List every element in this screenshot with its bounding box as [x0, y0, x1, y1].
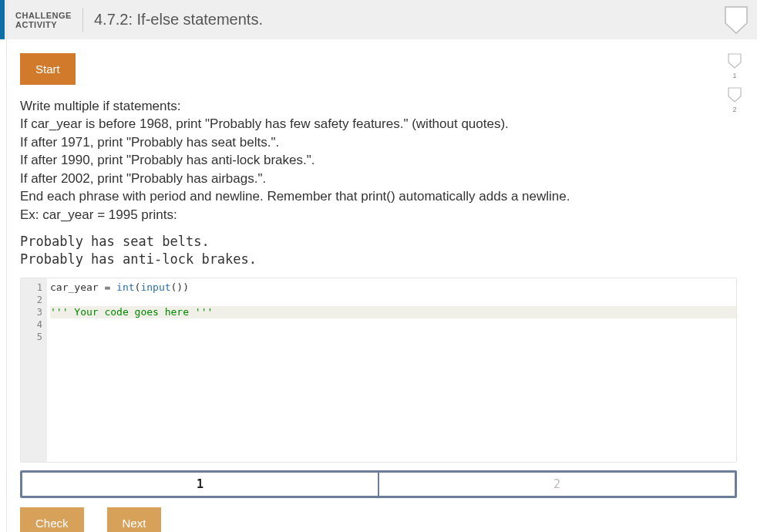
next-button[interactable]: Next — [107, 507, 162, 532]
start-button[interactable]: Start — [20, 53, 76, 85]
line-number: 5 — [21, 331, 42, 343]
line-number: 1 — [21, 281, 42, 294]
code-editor[interactable]: 1 2 3 4 5 car_year = int(input()) ''' Yo… — [20, 278, 737, 463]
instr-line: Write multiple if statements: — [20, 97, 737, 115]
progress-badge-2: 2 — [732, 106, 736, 113]
activity-label-line1: CHALLENGE — [15, 11, 72, 20]
instr-line: If after 2002, print "Probably has airba… — [20, 170, 737, 187]
check-button[interactable]: Check — [20, 507, 84, 532]
instr-line: Ex: car_year = 1995 prints: — [20, 206, 737, 224]
header-divider — [82, 8, 83, 32]
progress-shield-icon — [728, 87, 742, 103]
shield-icon — [725, 6, 748, 34]
code-line-2[interactable] — [50, 294, 736, 306]
editor-gutter: 1 2 3 4 5 — [21, 278, 47, 462]
progress-badge-1: 1 — [732, 72, 736, 79]
step-nav: 1 2 — [20, 470, 737, 498]
progress-shield-icon — [728, 53, 742, 69]
activity-title: 4.7.2: If-else statements. — [94, 11, 263, 29]
instr-line: If after 1990, print "Probably has anti-… — [20, 151, 737, 169]
example-output: Probably has seat belts. Probably has an… — [20, 233, 737, 268]
activity-header: CHALLENGE ACTIVITY 4.7.2: If-else statem… — [0, 0, 757, 39]
instructions-text: Write multiple if statements: If car_yea… — [20, 97, 737, 224]
code-area[interactable]: car_year = int(input()) ''' Your code go… — [47, 278, 736, 462]
activity-label: CHALLENGE ACTIVITY — [15, 11, 72, 29]
instr-line: If after 1971, print "Probably has seat … — [20, 133, 737, 151]
progress-badges: 1 2 — [728, 53, 742, 118]
code-line-4[interactable] — [50, 318, 736, 331]
line-number: 2 — [21, 294, 42, 306]
activity-label-line2: ACTIVITY — [15, 20, 72, 29]
code-line-1[interactable]: car_year = int(input()) — [50, 281, 736, 294]
code-line-3[interactable]: ''' Your code goes here ''' — [50, 306, 736, 318]
line-number: 3 — [21, 306, 42, 318]
instr-line: If car_year is before 1968, print "Proba… — [20, 115, 737, 133]
code-line-5[interactable] — [50, 331, 736, 343]
instr-line: End each phrase with period and newline.… — [20, 187, 737, 205]
line-number: 4 — [21, 318, 42, 331]
step-tab-1[interactable]: 1 — [22, 473, 378, 496]
step-tab-2[interactable]: 2 — [378, 473, 735, 496]
